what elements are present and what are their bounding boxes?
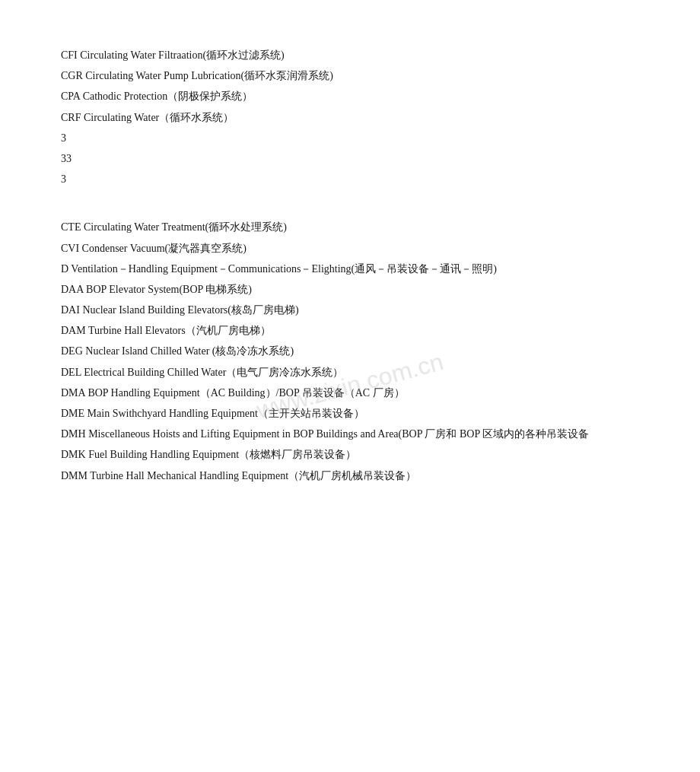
line-dai: DAI Nuclear Island Building Elevators(核岛… bbox=[61, 300, 639, 319]
line-dmm: DMM Turbine Hall Mechanical Handling Equ… bbox=[61, 466, 639, 485]
line-deg: DEG Nuclear Island Chilled Water (核岛冷冻水系… bbox=[61, 342, 639, 361]
section2: CTE Circulating Water Treatment(循环水处理系统)… bbox=[61, 218, 639, 484]
number-33: 33 bbox=[61, 149, 639, 168]
section1: CFI Circulating Water Filtraation(循环水过滤系… bbox=[61, 46, 639, 189]
spacer1 bbox=[61, 190, 639, 218]
line-cgr: CGR Circulating Water Pump Lubrication(循… bbox=[61, 66, 639, 85]
line-dma: DMA BOP Handling Equipment（AC Building）/… bbox=[61, 383, 639, 402]
number-3b: 3 bbox=[61, 170, 639, 189]
line-d: D Ventilation－Handling Equipment－Communi… bbox=[61, 259, 639, 278]
line-dme: DME Main Swithchyard Handling Equipment（… bbox=[61, 404, 639, 423]
line-dmh: DMH Miscellaneous Hoists and Lifting Equ… bbox=[61, 424, 639, 443]
line-cfi: CFI Circulating Water Filtraation(循环水过滤系… bbox=[61, 46, 639, 65]
line-cpa: CPA Cathodic Protection（阴极保护系统） bbox=[61, 87, 639, 106]
line-dam: DAM Turbine Hall Elevators（汽机厂房电梯） bbox=[61, 321, 639, 340]
line-cvi: CVI Condenser Vacuum(凝汽器真空系统) bbox=[61, 239, 639, 258]
line-dmk: DMK Fuel Building Handling Equipment（核燃料… bbox=[61, 445, 639, 464]
line-del: DEL Electrical Building Chilled Water（电气… bbox=[61, 363, 639, 382]
line-crf: CRF Circulating Water（循环水系统） bbox=[61, 108, 639, 127]
line-daa: DAA BOP Elevator System(BOP 电梯系统) bbox=[61, 280, 639, 299]
line-cte: CTE Circulating Water Treatment(循环水处理系统) bbox=[61, 218, 639, 237]
number-3: 3 bbox=[61, 129, 639, 148]
